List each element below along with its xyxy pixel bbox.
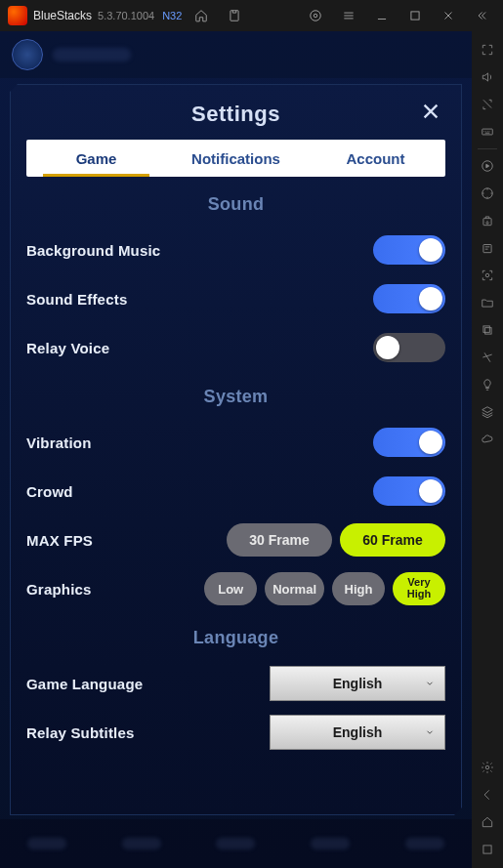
relay-subtitles-value: English bbox=[333, 724, 383, 740]
volume-icon[interactable] bbox=[474, 64, 501, 90]
home-icon[interactable] bbox=[188, 2, 215, 29]
graphics-low-button[interactable]: Low bbox=[204, 572, 257, 605]
svg-point-2 bbox=[314, 14, 317, 18]
maximize-icon[interactable] bbox=[401, 2, 429, 29]
fullscreen-icon[interactable] bbox=[474, 37, 501, 62]
close-icon bbox=[420, 101, 441, 122]
graphics-veryhigh-button[interactable]: VeryHigh bbox=[393, 572, 445, 605]
background-header bbox=[0, 31, 472, 78]
svg-rect-11 bbox=[483, 326, 489, 332]
screenshot-icon[interactable] bbox=[474, 263, 501, 288]
game-language-label: Game Language bbox=[26, 676, 163, 692]
fps-60-button[interactable]: 60 Frame bbox=[340, 523, 445, 557]
app-viewport: Settings Game Notifications Account Soun… bbox=[0, 31, 472, 868]
close-window-icon[interactable] bbox=[435, 2, 462, 29]
game-language-dropdown[interactable]: English bbox=[270, 666, 445, 701]
svg-rect-8 bbox=[483, 245, 491, 253]
keyboard-icon[interactable] bbox=[474, 119, 501, 145]
app-name: BlueStacks bbox=[33, 9, 92, 22]
clear-icon[interactable] bbox=[474, 345, 501, 370]
overview-icon[interactable] bbox=[474, 837, 501, 862]
section-language: Language bbox=[26, 628, 445, 648]
crowd-toggle[interactable] bbox=[373, 476, 445, 506]
bgm-label: Background Music bbox=[26, 242, 163, 259]
graphics-high-button[interactable]: High bbox=[332, 572, 385, 605]
recents-icon[interactable] bbox=[221, 2, 248, 29]
side-toolbar bbox=[472, 31, 503, 868]
sfx-toggle[interactable] bbox=[373, 284, 445, 313]
hint-icon[interactable] bbox=[474, 372, 501, 397]
max-fps-label: MAX FPS bbox=[26, 532, 163, 549]
game-language-value: English bbox=[333, 676, 383, 691]
extras-icon[interactable] bbox=[302, 2, 329, 29]
relay-subtitles-label: Relay Subtitles bbox=[26, 724, 163, 741]
app-version: 5.3.70.1004 bbox=[98, 10, 154, 21]
crowd-label: Crowd bbox=[26, 483, 163, 500]
svg-rect-0 bbox=[231, 11, 238, 21]
svg-rect-4 bbox=[482, 129, 493, 135]
close-button[interactable] bbox=[416, 97, 445, 126]
sync-icon[interactable] bbox=[474, 181, 501, 206]
sfx-label: Sound Effects bbox=[26, 291, 163, 308]
cloud-icon[interactable] bbox=[474, 427, 501, 452]
fps-30-button[interactable]: 30 Frame bbox=[227, 523, 332, 557]
svg-point-9 bbox=[485, 273, 489, 277]
svg-rect-3 bbox=[411, 12, 419, 20]
bluestacks-logo bbox=[8, 6, 27, 25]
minimize-icon[interactable] bbox=[368, 2, 396, 29]
settings-modal: Settings Game Notifications Account Soun… bbox=[10, 84, 462, 815]
graphics-label: Graphics bbox=[26, 581, 114, 598]
app-edition: N32 bbox=[162, 10, 182, 21]
settings-title: Settings bbox=[191, 102, 280, 127]
svg-point-12 bbox=[485, 765, 489, 769]
tab-game[interactable]: Game bbox=[26, 140, 166, 177]
back-icon[interactable] bbox=[474, 782, 501, 807]
copy-icon[interactable] bbox=[474, 317, 501, 343]
vibration-toggle[interactable] bbox=[373, 428, 445, 457]
tab-account[interactable]: Account bbox=[306, 140, 445, 177]
relay-voice-toggle[interactable] bbox=[373, 333, 445, 362]
install-apk-icon[interactable] bbox=[474, 208, 501, 233]
chevron-down-icon bbox=[425, 723, 435, 741]
relay-subtitles-dropdown[interactable]: English bbox=[270, 715, 445, 750]
chevron-down-icon bbox=[425, 675, 435, 692]
home-nav-icon[interactable] bbox=[474, 809, 501, 835]
tab-notifications[interactable]: Notifications bbox=[166, 140, 306, 177]
tabs-bar: Game Notifications Account bbox=[26, 140, 445, 177]
svg-point-1 bbox=[311, 11, 321, 21]
gear-icon[interactable] bbox=[474, 755, 501, 780]
svg-rect-10 bbox=[485, 328, 491, 334]
graphics-normal-button[interactable]: Normal bbox=[265, 572, 324, 605]
title-bar: BlueStacks 5.3.70.1004 N32 bbox=[0, 0, 503, 31]
background-navbar bbox=[0, 819, 472, 868]
section-system: System bbox=[26, 387, 445, 407]
vibration-label: Vibration bbox=[26, 434, 163, 451]
section-sound: Sound bbox=[26, 194, 445, 215]
layers-icon[interactable] bbox=[474, 399, 501, 425]
folder-icon[interactable] bbox=[474, 290, 501, 315]
menu-icon[interactable] bbox=[335, 2, 362, 29]
play-icon[interactable] bbox=[474, 153, 501, 179]
collapse-sidebar-icon[interactable] bbox=[468, 2, 495, 29]
apk-icon[interactable] bbox=[474, 235, 501, 261]
avatar bbox=[12, 39, 43, 70]
relay-voice-label: Relay Voice bbox=[26, 340, 163, 356]
svg-rect-13 bbox=[483, 846, 491, 853]
bgm-toggle[interactable] bbox=[373, 235, 445, 265]
lock-cursor-icon[interactable] bbox=[474, 92, 501, 117]
